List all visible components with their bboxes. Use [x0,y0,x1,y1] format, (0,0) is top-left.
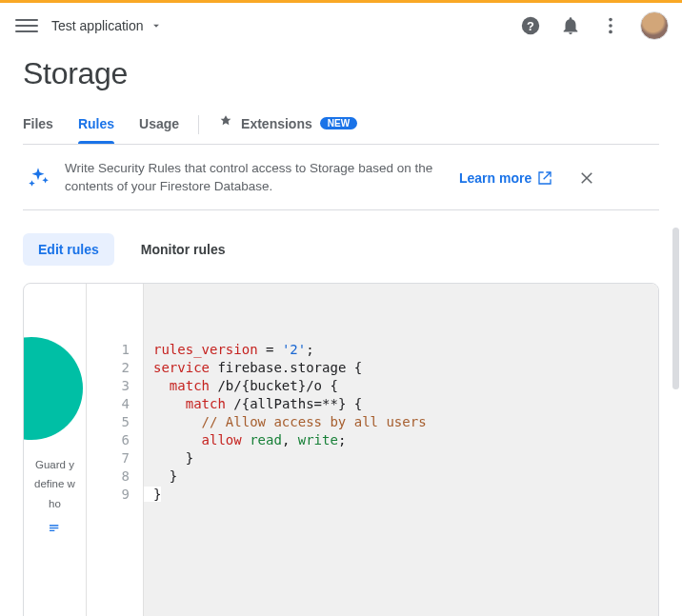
tab-extensions[interactable]: Extensions NEW [218,105,357,144]
close-icon[interactable] [577,169,596,188]
illustration-circle [24,337,83,440]
extensions-icon [218,114,233,132]
chevron-down-icon [150,19,163,32]
new-badge: NEW [320,117,357,129]
svg-point-2 [609,18,612,22]
code-editor[interactable]: rules_version = '2'; service firebase.st… [144,284,658,616]
menu-icon[interactable] [15,14,38,37]
learn-more-link[interactable]: Learn more [459,170,552,186]
tab-extensions-label: Extensions [241,116,312,131]
svg-text:?: ? [527,19,534,33]
overflow-icon[interactable] [600,15,621,36]
section-tabs: Files Rules Usage Extensions NEW [23,105,659,145]
scrollbar[interactable] [672,228,679,389]
subtab-monitor[interactable]: Monitor rules [126,233,241,266]
tab-divider [198,115,199,134]
rail-text-2: define w [24,474,86,494]
security-banner: Write Security Rules that control access… [23,160,659,210]
subtab-edit[interactable]: Edit rules [23,233,114,266]
top-bar: Test application ? [0,3,682,49]
help-icon[interactable]: ? [520,15,541,36]
rail-link-icon[interactable] [24,522,86,541]
rail-text-3: ho [24,494,86,514]
project-name: Test application [51,18,144,33]
learn-more-label: Learn more [459,170,532,186]
lineno: 2 [87,359,130,377]
info-rail: Guard y define w ho [24,284,87,616]
lineno: 7 [87,449,130,467]
sparkle-icon [25,165,51,191]
lineno: 1 [87,341,130,359]
line-gutter: 1 2 3 4 5 6 7 8 9 [87,284,144,616]
lineno: 3 [87,377,130,395]
open-icon [537,170,552,186]
banner-text: Write Security Rules that control access… [65,160,446,196]
lineno: 5 [87,413,130,431]
rail-text-1: Guard y [24,455,86,475]
editor-card: Guard y define w ho 1 2 3 4 5 6 7 8 9 ru… [23,283,659,616]
tab-files[interactable]: Files [23,107,53,143]
svg-point-4 [609,30,612,34]
avatar[interactable] [640,11,669,40]
project-selector[interactable]: Test application [51,18,163,33]
lineno: 4 [87,395,130,413]
bell-icon[interactable] [560,15,581,36]
rules-subtabs: Edit rules Monitor rules [23,233,659,266]
lineno: 8 [87,467,130,486]
lineno: 9 [87,486,130,504]
tab-usage[interactable]: Usage [139,107,179,143]
tab-rules[interactable]: Rules [78,107,114,143]
svg-point-3 [609,24,612,28]
page-title: Storage [23,56,659,91]
lineno: 6 [87,431,130,449]
